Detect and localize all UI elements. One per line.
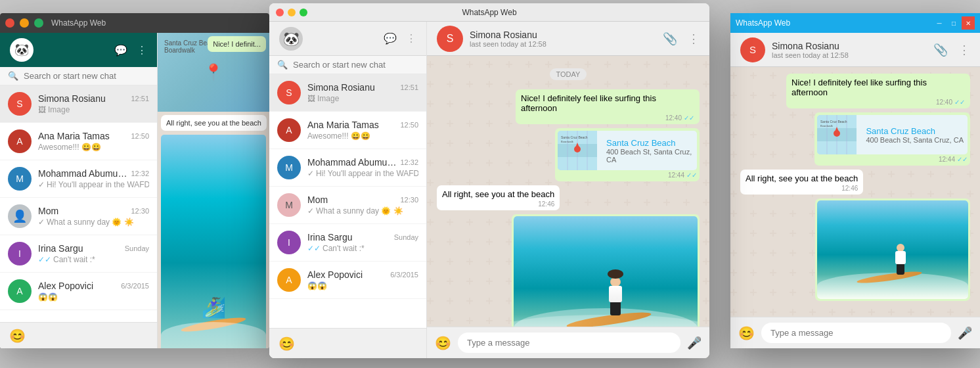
linux-chat-mom[interactable]: 👤 Mom 12:30 ✓ What a sunny day 🌞 ☀️ [0,198,157,235]
mac-chat-main: S Simona Rosianu last seen today at 12:5… [427,22,709,358]
mac-time-mohammad: 12:32 [400,158,418,166]
win-msg-nice: Nice! I definitely feel like surfing thi… [786,74,970,108]
win-chat-contact-name: Simona Rosianu [772,41,849,51]
mac-emoji-btn[interactable]: 😊 [278,336,295,352]
mac-chat-menu-icon[interactable]: ⋮ [688,32,700,46]
win-chat-header-right: 📎 ⋮ [933,43,970,57]
linux-chat-name-irina: Irina Sargu [38,243,83,254]
mac-message-input[interactable] [458,333,680,353]
mac-preview-alex: 😱😱 [307,281,418,290]
linux-avatar-mom: 👤 [8,204,32,228]
win-surfer-legs [897,264,904,275]
linux-chat-preview-simona: 🖼 Image [38,105,149,114]
win-chat-header: S Simona Rosianu last seen today at 12:5… [730,33,980,67]
mac-my-avatar[interactable]: 🐼 [279,27,303,51]
mac-avatar-ana: A [277,118,301,142]
mac-chat-mom[interactable]: M Mom 12:30 ✓ What a sunny day 🌞 ☀️ [269,187,426,224]
linux-chat-irina[interactable]: I Irina Sargu Sunday ✓✓ Can't wait :* [0,235,157,273]
mac-name-mohammad: Mohammad Abumuai... [307,157,400,168]
win-msg-map: Santa Cruz Beach Boardwalk Santa Cruz Be… [814,112,970,166]
linux-close-btn[interactable] [5,18,14,28]
mac-compose-icon[interactable]: 💬 [384,32,397,45]
linux-compose-icon[interactable]: 💬 [114,44,127,57]
mac-chat-simona[interactable]: S Simona Rosianu 12:51 🖼 Image [269,74,426,112]
linux-chat-preview-irina: ✓✓ Can't wait :* [38,255,149,264]
mac-menu-icon[interactable]: ⋮ [406,32,416,45]
mac-msg-allright: All right, see you at the beach 12:46 [437,185,560,210]
mac-chat-header-info: Simona Rosianu last seen today at 12:58 [470,30,546,48]
linux-chat-preview-mom: ✓ What a sunny day 🌞 ☀️ [38,218,149,227]
mac-map-title: Santa Cruz Beach [606,138,693,148]
mac-map-preview: Santa Cruz Beach Boardwalk Santa Cruz Be… [558,131,697,170]
win-chat-header-info: Simona Rosianu last seen today at 12:58 [772,41,849,59]
linux-chat-ana[interactable]: A Ana Maria Tamas 12:50 Awesome!!! 😀😀 [0,123,157,160]
linux-emoji-btn[interactable]: 😊 [9,328,26,344]
linux-search-bar: 🔍 [0,67,157,85]
mac-avatar-simona: S [277,81,301,104]
mac-today-badge: TODAY [550,68,587,80]
mac-preview-simona: 🖼 Image [307,94,418,103]
mac-info-mom: Mom 12:30 ✓ What a sunny day 🌞 ☀️ [307,195,418,216]
mac-emoji-input-btn[interactable]: 😊 [435,335,451,351]
mac-maximize-btn[interactable] [300,9,307,16]
mac-chat-irina[interactable]: I Irina Sargu Sunday ✓✓ Can't wait :* [269,224,426,262]
win-wa-app: S Simona Rosianu last seen today at 12:5… [730,33,980,348]
win-restore-btn[interactable]: □ [947,16,960,30]
mac-chat-list: S Simona Rosianu 12:51 🖼 Image A [269,74,426,328]
win-minimize-btn[interactable]: ─ [933,16,946,30]
mac-window-controls [276,9,307,16]
linux-maximize-btn[interactable] [34,18,43,28]
linux-minimize-btn[interactable] [20,18,29,28]
win-chat-menu-icon[interactable]: ⋮ [958,43,970,57]
svg-text:Santa Cruz Beach: Santa Cruz Beach [820,120,847,124]
linux-menu-icon[interactable]: ⋮ [137,44,147,57]
linux-my-avatar[interactable]: 🐼 [10,38,33,62]
mac-surfer-hair [608,269,623,279]
linux-chat-alex[interactable]: A Alex Popovici 6/3/2015 😱😱 [0,273,157,310]
linux-search-input[interactable] [24,71,149,81]
mac-chat-mohammad[interactable]: M Mohammad Abumuai... 12:32 ✓ Hi! You'll… [269,149,426,187]
linux-chat-name-mohammad: Mohammad Abumuai... [38,168,131,179]
win-close-btn[interactable]: ✕ [962,16,975,30]
mac-msg-nice-text: Nice! I definitely feel like surfing thi… [521,93,656,113]
linux-chat-info-mom: Mom 12:30 ✓ What a sunny day 🌞 ☀️ [38,206,149,227]
win-map-title: Santa Cruz Beach [866,126,964,136]
mac-avatar-mohammad: M [277,156,301,179]
mac-close-btn[interactable] [276,9,284,16]
win-emoji-input-btn[interactable]: 😊 [738,325,755,341]
win-input-bar: 😊 🎤 [730,317,980,348]
linux-chat-preview-alex: 😱😱 [38,292,149,302]
win-title-text: WhatsApp Web [736,18,790,28]
linux-surfer-area: 🏄‍♀️ [161,135,266,348]
mac-mic-btn[interactable]: 🎤 [687,336,702,350]
mac-surfer-legs [610,302,621,315]
mac-chat-ana[interactable]: A Ana Maria Tamas 12:50 Awesome!!! 😀😀 [269,112,426,149]
linux-avatar-ana: A [8,129,32,153]
mac-info-simona: Simona Rosianu 12:51 🖼 Image [307,82,418,103]
mac-msg-nice-time: 12:40 ✓✓ [521,114,694,122]
linux-chat-name-alex: Alex Popovici [38,281,93,291]
mac-bottom-bar: 😊 [269,328,426,358]
win-map-addr: 400 Beach St, Santa Cruz, CA [866,136,964,144]
mac-avatar-irina: I [277,231,301,254]
linux-chat-mohammad[interactable]: M Mohammad Abumuai... 12:32 ✓ Hi! You'll… [0,160,157,198]
win-message-input[interactable] [761,323,951,343]
linux-chat-time-mom: 12:30 [131,207,149,215]
mac-time-simona: 12:51 [400,83,418,91]
mac-time-irina: Sunday [394,233,418,241]
linux-check-irina: ✓✓ [38,255,51,264]
mac-check-nice: ✓✓ [684,114,694,122]
mac-search-input[interactable] [293,60,418,70]
mac-chat-alex[interactable]: A Alex Popovici 6/3/2015 😱😱 [269,262,426,299]
win-chat-avatar[interactable]: S [740,37,765,62]
mac-header-icons: 💬 ⋮ [384,32,416,45]
mac-chat-avatar[interactable]: S [437,26,463,52]
mac-minimize-btn[interactable] [288,9,296,16]
win-mic-btn[interactable]: 🎤 [958,326,972,340]
svg-text:Boardwalk: Boardwalk [820,124,833,127]
win-attach-icon[interactable]: 📎 [933,43,948,57]
mac-chat-header-left: S Simona Rosianu last seen today at 12:5… [437,26,546,52]
linux-chat-preview-ana: Awesome!!! 😀😀 [38,143,149,152]
linux-chat-simona[interactable]: S Simona Rosianu 12:51 🖼 Image [0,85,157,123]
mac-attach-icon[interactable]: 📎 [663,32,677,46]
